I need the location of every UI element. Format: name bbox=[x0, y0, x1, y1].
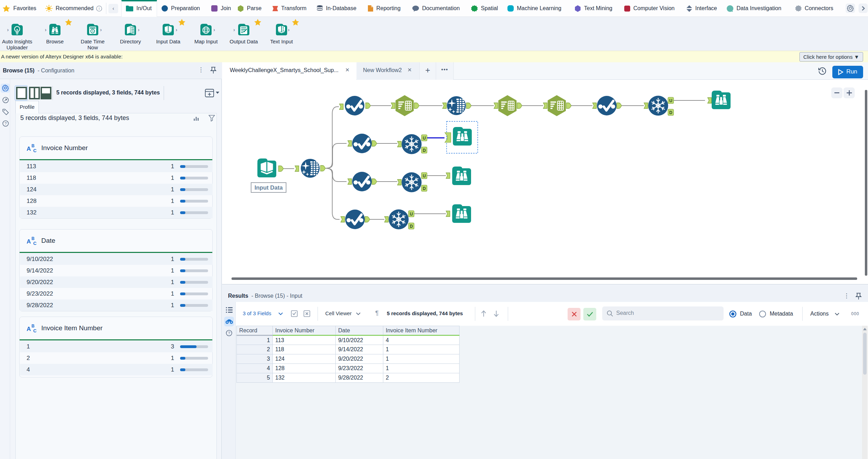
svg-text:B: B bbox=[31, 143, 35, 148]
svg-text:A: A bbox=[27, 238, 31, 245]
svg-text:D: D bbox=[423, 186, 426, 191]
svg-text:i: i bbox=[99, 6, 99, 10]
svg-text:U: U bbox=[423, 174, 426, 178]
svg-text:?: ? bbox=[228, 331, 230, 335]
svg-text:C: C bbox=[33, 328, 37, 333]
svg-text:U: U bbox=[669, 98, 673, 103]
svg-text:C: C bbox=[33, 241, 37, 246]
svg-text:C: C bbox=[33, 148, 37, 153]
svg-text:B: B bbox=[31, 236, 35, 241]
svg-text:B: B bbox=[31, 324, 35, 329]
svg-text:U: U bbox=[423, 136, 426, 141]
svg-text:A: A bbox=[27, 146, 31, 152]
svg-text:A: A bbox=[27, 326, 31, 332]
svg-text:D: D bbox=[410, 224, 413, 229]
svg-text:U: U bbox=[410, 212, 413, 217]
svg-text:D: D bbox=[423, 148, 426, 153]
svg-text:?: ? bbox=[5, 121, 7, 126]
svg-text:D: D bbox=[669, 110, 673, 115]
svg-text:Input Data: Input Data bbox=[255, 184, 283, 191]
